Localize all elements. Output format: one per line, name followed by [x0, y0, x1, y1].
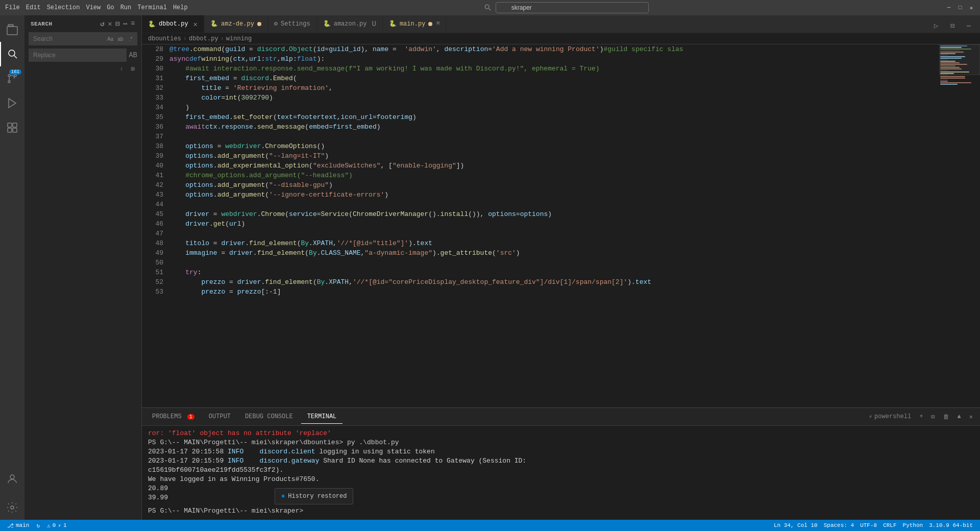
menu-file[interactable]: File: [5, 4, 20, 11]
breadcrumb-sep-2: ›: [220, 35, 224, 42]
activity-run[interactable]: [0, 91, 24, 115]
error-icon: ⚠: [47, 522, 51, 529]
notification-icon: ◾: [281, 492, 285, 501]
tab-settings[interactable]: ⚙ Settings: [268, 15, 317, 33]
title-bar: File Edit Selection View Go Run Terminal…: [0, 0, 980, 15]
code-line-39: options.add_argument("--lang=it-IT"): [169, 151, 939, 161]
new-terminal-button[interactable]: +: [916, 412, 926, 421]
split-editor-button[interactable]: ⊟: [945, 18, 960, 33]
status-sync[interactable]: ↻: [33, 520, 43, 531]
more-actions-button[interactable]: ⋯: [962, 18, 976, 33]
activity-explorer[interactable]: [0, 17, 24, 42]
title-bar-center: [484, 2, 649, 13]
maximize-panel-button[interactable]: ▲: [954, 412, 964, 421]
breadcrumb-dbounties[interactable]: dbounties: [148, 35, 181, 42]
breadcrumb-file[interactable]: dbbot.py: [189, 35, 218, 42]
sidebar-title: SEARCH: [31, 21, 53, 27]
status-branch[interactable]: ⎇ main: [4, 520, 32, 531]
breadcrumb-sep-1: ›: [183, 35, 187, 42]
panel-tab-output[interactable]: OUTPUT: [203, 410, 237, 424]
svg-line-5: [14, 56, 17, 59]
code-panel-area: 2829303132 3334353637 3839404142 4344454…: [142, 44, 980, 520]
regex-button[interactable]: .*: [126, 34, 135, 43]
sidebar: SEARCH ↺ ✕ ⊟ ⋯ ≡ Aa ab .* AB ↕ ⊞: [24, 15, 142, 520]
terminal-line-prompt1: PS G:\-- MAIN\Progetti\-- miei\skraper\d…: [148, 438, 974, 447]
menu-run[interactable]: Run: [120, 4, 132, 11]
sync-icon: ↻: [36, 522, 40, 529]
code-line-41: #chrome_options.add_argument("--headless…: [169, 171, 939, 180]
status-language[interactable]: Python: [900, 520, 926, 531]
run-button[interactable]: ▷: [929, 18, 943, 33]
menu-edit[interactable]: Edit: [26, 4, 41, 11]
code-line-35: first_embed.set_footer(text=footertext,i…: [169, 112, 939, 122]
more-icon[interactable]: ≡: [131, 19, 135, 28]
status-encoding[interactable]: UTF-8: [857, 520, 880, 531]
python-version-text: 3.10.9 64-bit: [929, 522, 973, 528]
panel-tab-debug[interactable]: DEBUG CONSOLE: [239, 410, 299, 424]
panel-tab-problems[interactable]: PROBLEMS 1: [146, 410, 201, 424]
activity-source-control[interactable]: 161: [0, 66, 24, 91]
replace-expand-button[interactable]: AB: [129, 51, 137, 59]
menu-selection[interactable]: Selection: [47, 4, 80, 11]
close-button[interactable]: ✕: [968, 4, 975, 11]
editor-toolbar-right: ▷ ⊟ ⋯: [929, 18, 980, 33]
activity-bar: 161: [0, 15, 24, 520]
status-spaces[interactable]: Spaces: 4: [821, 520, 857, 531]
window-controls[interactable]: ─ □ ✕: [945, 4, 975, 11]
open-new-editor-button[interactable]: ⊞: [128, 64, 137, 73]
kill-terminal-button[interactable]: 🗑: [940, 412, 952, 422]
svg-line-1: [489, 9, 491, 11]
activity-account[interactable]: [0, 467, 24, 491]
tab-amazon-close[interactable]: U: [372, 20, 376, 28]
status-eol[interactable]: CRLF: [880, 520, 899, 531]
terminal-line-error: ror: 'float' object has no attribute 're…: [148, 429, 974, 438]
maximize-button[interactable]: □: [957, 4, 964, 11]
sidebar-actions: ↺ ✕ ⊟ ⋯ ≡: [100, 19, 135, 28]
split-terminal-button[interactable]: ⊟: [928, 412, 938, 422]
status-python-version[interactable]: 3.10.9 64-bit: [926, 520, 976, 531]
minimize-button[interactable]: ─: [945, 4, 952, 11]
menu-help[interactable]: Help: [173, 4, 188, 11]
replace-input[interactable]: [29, 49, 127, 62]
menu-view[interactable]: View: [86, 4, 101, 11]
tab-main[interactable]: 🐍 main.py M: [383, 15, 446, 33]
terminal-content[interactable]: ror: 'float' object has no attribute 're…: [142, 426, 980, 520]
menu-go[interactable]: Go: [107, 4, 114, 11]
svg-rect-3: [7, 27, 17, 35]
tab-amazon[interactable]: 🐍 amazon.py U: [317, 15, 383, 33]
tab-dbbot-close[interactable]: ✕: [193, 20, 198, 29]
menu-terminal[interactable]: Terminal: [137, 4, 167, 11]
warning-count: 1: [63, 522, 67, 528]
activity-search[interactable]: [0, 42, 24, 66]
code-line-49: immagine = driver.find_element(By.CLASS_…: [169, 248, 939, 258]
line-col-text: Ln 34, Col 10: [774, 522, 818, 528]
collapse-icon[interactable]: ⊟: [115, 19, 120, 28]
code-line-29: async def winning(ctx, url:str, mlp:floa…: [169, 54, 939, 64]
clear-icon[interactable]: ✕: [108, 19, 112, 28]
include-files-button[interactable]: ↕: [117, 64, 126, 73]
refresh-icon[interactable]: ↺: [100, 19, 105, 28]
code-content[interactable]: @tree.command(guild = discord.Object(id=…: [167, 44, 939, 407]
svg-marker-9: [9, 99, 16, 108]
activity-settings[interactable]: [0, 495, 24, 520]
activity-extensions[interactable]: [0, 115, 24, 140]
tab-main-icon: 🐍: [389, 20, 397, 28]
svg-point-14: [10, 475, 14, 479]
tab-amzde[interactable]: 🐍 amz-de.py: [204, 15, 268, 33]
code-line-52: prezzo = driver.find_element(By.XPATH, '…: [169, 277, 939, 287]
breadcrumb-function[interactable]: winning: [226, 35, 252, 42]
title-search-input[interactable]: [496, 2, 649, 13]
status-line-col[interactable]: Ln 34, Col 10: [771, 520, 821, 531]
menu-icon[interactable]: ⋯: [123, 19, 128, 28]
panel-tab-terminal[interactable]: TERMINAL: [301, 410, 343, 424]
close-panel-button[interactable]: ✕: [966, 412, 976, 422]
whole-word-button[interactable]: ab: [116, 34, 125, 43]
status-errors[interactable]: ⚠ 0 ⚡ 1: [44, 520, 69, 531]
case-sensitive-button[interactable]: Aa: [106, 34, 115, 43]
code-line-33: color=int(3092790): [169, 93, 939, 103]
warning-icon: ⚡: [58, 522, 61, 529]
menu-bar[interactable]: File Edit Selection View Go Run Terminal…: [5, 4, 188, 11]
minimap: [939, 44, 980, 407]
code-editor[interactable]: 2829303132 3334353637 3839404142 4344454…: [142, 44, 980, 407]
tab-dbbot[interactable]: 🐍 dbbot.py ✕: [142, 15, 204, 33]
